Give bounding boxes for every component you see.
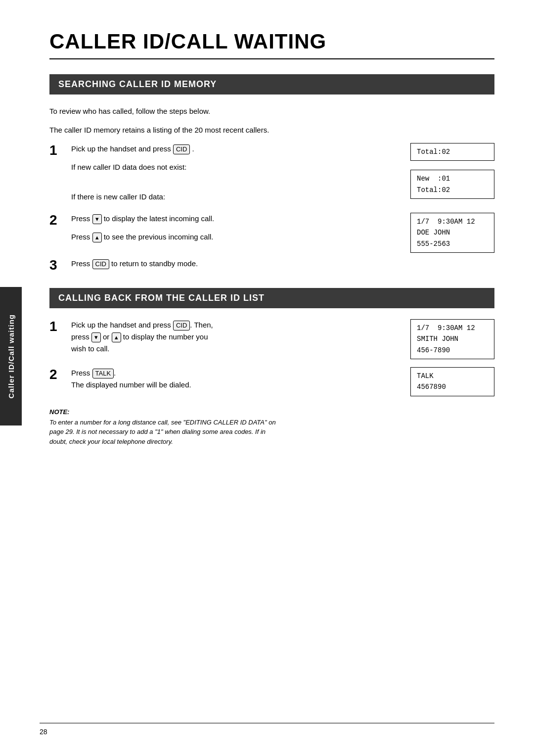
sec2-step1: 1 Pick up the handset and press CID. The…	[49, 319, 494, 359]
step2-main: 2 Press ▾ to display the latest incoming…	[49, 213, 399, 228]
display-no-new: Total:02	[410, 143, 494, 161]
down-button-sec2: ▾	[91, 332, 101, 342]
if-new-text: If there is new caller ID data:	[71, 191, 399, 203]
step2-press-up: Press ▴ to see the previous incoming cal…	[71, 231, 399, 243]
down-button: ▾	[92, 214, 102, 224]
sec2-step2-number: 2	[49, 367, 67, 382]
sec2-step2-main: 2 Press TALK. The displayed number will …	[49, 367, 399, 391]
sec2-step2: 2 Press TALK. The displayed number will …	[49, 367, 494, 396]
note-body: To enter a number for a long distance ca…	[49, 418, 494, 447]
step3-number: 3	[49, 258, 67, 273]
step2-display: 1/7 9:30AM 12DOE JOHN555-2563	[410, 213, 494, 253]
step3-text: Press CID to return to standby mode.	[71, 258, 494, 270]
section1-header: SEARCHING CALLER ID MEMORY	[49, 74, 494, 94]
up-button: ▴	[92, 233, 102, 242]
sidebar-tab: Caller ID/Call waiting	[0, 287, 22, 425]
sidebar-tab-label: Caller ID/Call waiting	[7, 314, 15, 398]
step2-text: Press ▾ to display the latest incoming c…	[71, 213, 399, 225]
sec2-step1-main: 1 Pick up the handset and press CID. The…	[49, 319, 399, 355]
page-number: 28	[40, 728, 47, 736]
cid-button-sec2: CID	[173, 321, 190, 331]
note-section: NOTE: To enter a number for a long dista…	[49, 408, 494, 447]
intro1: To review who has called, follow the ste…	[49, 105, 494, 117]
main-content: CALLER ID/CALL WAITING SEARCHING CALLER …	[49, 30, 494, 446]
sec2-step2-content: 2 Press TALK. The displayed number will …	[49, 367, 399, 394]
if-no-new-text: If new caller ID data does not exist:	[71, 161, 399, 173]
intro2: The caller ID memory retains a listing o…	[49, 124, 494, 136]
display-sec2-step2: TALK4567890	[410, 367, 494, 396]
step1-main: 1 Pick up the handset and press CID .	[49, 143, 399, 158]
note-title: NOTE:	[49, 408, 494, 416]
page-footer: 28	[40, 723, 494, 736]
step1-displays: Total:02 New :01Total:02	[410, 143, 494, 199]
sec2-step1-number: 1	[49, 319, 67, 334]
step2-subtext: Press ▴ to see the previous incoming cal…	[71, 231, 399, 243]
step1-text: Pick up the handset and press CID .	[71, 143, 399, 155]
sec2-step1-display: 1/7 9:30AM 12SMITH JOHN456-7890	[410, 319, 494, 359]
sec2-step1-content: 1 Pick up the handset and press CID. The…	[49, 319, 399, 358]
step2-number: 2	[49, 213, 67, 228]
step2-left: 2 Press ▾ to display the latest incoming…	[49, 213, 399, 243]
footer-line	[40, 723, 494, 723]
display-sec2-step1: 1/7 9:30AM 12SMITH JOHN456-7890	[410, 319, 494, 359]
step1-left: 1 Pick up the handset and press CID . If…	[49, 143, 399, 206]
title-divider	[49, 58, 494, 59]
step1-number: 1	[49, 143, 67, 158]
step2-row: 2 Press ▾ to display the latest incoming…	[49, 213, 494, 253]
section2-header: CALLING BACK FROM THE CALLER ID LIST	[49, 288, 494, 308]
cid-button: CID	[173, 144, 190, 154]
sec2-step2-display: TALK4567890	[410, 367, 494, 396]
sec2-step1-text: Pick up the handset and press CID. Then,…	[71, 319, 399, 355]
page-title: CALLER ID/CALL WAITING	[49, 30, 494, 53]
step1-conditions: If new caller ID data does not exist: If…	[71, 161, 399, 203]
step3-row: 3 Press CID to return to standby mode.	[49, 258, 494, 273]
page: Caller ID/Call waiting CALLER ID/CALL WA…	[0, 0, 534, 756]
display-step2: 1/7 9:30AM 12DOE JOHN555-2563	[410, 213, 494, 253]
talk-button: TALK	[92, 369, 114, 378]
sec2-step2-text: Press TALK. The displayed number will be…	[71, 367, 399, 391]
step1-row: 1 Pick up the handset and press CID . If…	[49, 143, 494, 206]
display-new: New :01Total:02	[410, 170, 494, 199]
up-button-sec2: ▴	[112, 332, 121, 342]
section2: CALLING BACK FROM THE CALLER ID LIST 1 P…	[49, 288, 494, 396]
cid-button-step3: CID	[92, 259, 109, 269]
